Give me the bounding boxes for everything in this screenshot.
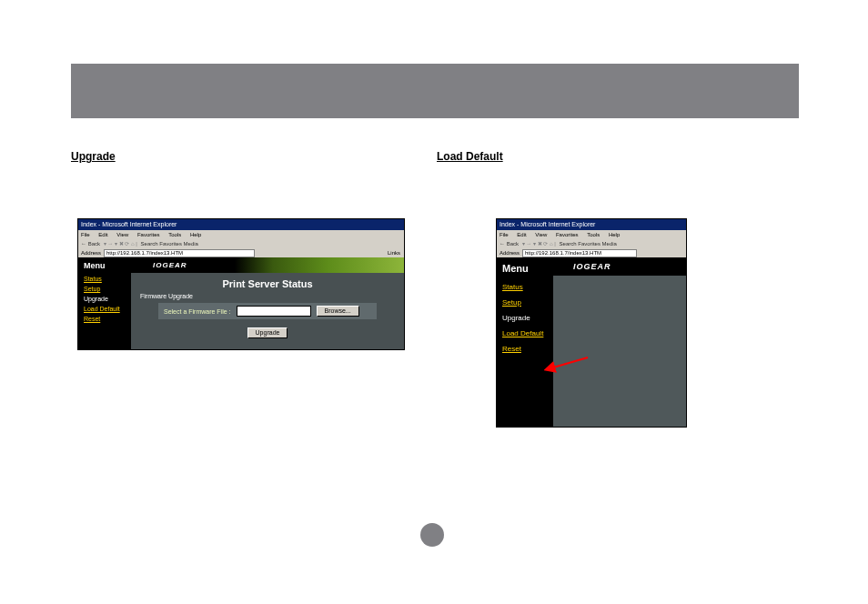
sidebar-item-loaddefault[interactable]: Load Default xyxy=(84,306,126,312)
sidebar-item-setup[interactable]: Setup xyxy=(84,286,126,292)
links-label[interactable]: Links xyxy=(388,248,404,257)
main-panel: IOGEAR xyxy=(553,257,686,427)
brand-logo: IOGEAR xyxy=(153,261,187,269)
logo-strip: IOGEAR xyxy=(553,257,686,276)
sidebar-item-reset[interactable]: Reset xyxy=(502,345,548,353)
sidebar-heading: Menu xyxy=(502,263,548,274)
ie-menu-bar[interactable]: File Edit View Favorites Tools Help xyxy=(497,230,686,239)
sidebar-item-status[interactable]: Status xyxy=(84,276,126,282)
select-file-label: Select a Firmware File : xyxy=(164,308,231,315)
section-header-band xyxy=(71,64,799,118)
search-button[interactable]: Search xyxy=(141,241,158,247)
sidebar-item-upgrade[interactable]: Upgrade xyxy=(502,314,548,322)
nav-sidebar: Menu Status Setup Upgrade Load Default R… xyxy=(497,257,553,427)
window-title: Index - Microsoft Internet Explorer xyxy=(81,221,177,227)
page-title: Print Server Status xyxy=(131,278,404,289)
back-button[interactable]: ← Back xyxy=(500,241,519,247)
menu-help[interactable]: Help xyxy=(190,232,201,237)
menu-file[interactable]: File xyxy=(500,232,509,237)
ie-address-bar[interactable]: Address http://192.168.1.7/index13.HTM xyxy=(497,248,686,257)
back-label: Back xyxy=(507,241,519,247)
media-button[interactable]: Media xyxy=(184,241,198,247)
menu-edit[interactable]: Edit xyxy=(98,232,107,237)
heading-load-default: Load Default xyxy=(437,150,503,163)
menu-favorites[interactable]: Favorites xyxy=(556,232,579,237)
ie-menu-bar[interactable]: File Edit View Favorites Tools Help xyxy=(78,230,404,239)
search-button[interactable]: Search xyxy=(560,241,577,247)
page-content: Menu Status Setup Upgrade Load Default R… xyxy=(78,257,404,349)
back-label: Back xyxy=(88,241,100,247)
page-content: Menu Status Setup Upgrade Load Default R… xyxy=(497,257,686,427)
ie-tool-bar[interactable]: ← Back ▾ → ▾ ✖ ⟳ ⌂ | Search Favorites Me… xyxy=(78,239,404,248)
sidebar-item-status[interactable]: Status xyxy=(502,283,548,291)
menu-view[interactable]: View xyxy=(535,232,547,237)
menu-help[interactable]: Help xyxy=(609,232,620,237)
sidebar-heading: Menu xyxy=(84,261,126,270)
ie-tool-bar[interactable]: ← Back ▾ → ▾ ✖ ⟳ ⌂ | Search Favorites Me… xyxy=(497,239,686,248)
back-button[interactable]: ← Back xyxy=(81,241,100,247)
media-button[interactable]: Media xyxy=(602,241,617,247)
menu-tools[interactable]: Tools xyxy=(587,232,600,237)
menu-file[interactable]: File xyxy=(81,232,90,237)
address-label: Address xyxy=(497,248,522,257)
firmware-upgrade-label: Firmware Upgrade xyxy=(140,293,404,299)
heading-upgrade: Upgrade xyxy=(71,150,116,163)
logo-strip: IOGEAR xyxy=(131,257,404,273)
page-number-circle xyxy=(420,523,444,547)
browse-button[interactable]: Browse... xyxy=(317,306,359,317)
address-input[interactable]: http://192.168.1.7/index13.HTM xyxy=(522,249,637,257)
firmware-file-input[interactable] xyxy=(237,306,311,317)
sidebar-item-reset[interactable]: Reset xyxy=(84,316,126,322)
screenshot-load-default: Index - Microsoft Internet Explorer File… xyxy=(496,218,687,428)
firmware-file-row: Select a Firmware File : Browse... xyxy=(158,303,377,319)
sidebar-item-setup[interactable]: Setup xyxy=(502,298,548,307)
brand-logo: IOGEAR xyxy=(573,262,611,271)
menu-tools[interactable]: Tools xyxy=(168,232,181,237)
screenshot-upgrade: Index - Microsoft Internet Explorer File… xyxy=(77,218,405,350)
sidebar-item-upgrade[interactable]: Upgrade xyxy=(84,296,126,302)
toolbar-separator: ▾ → ▾ ✖ ⟳ ⌂ | xyxy=(104,241,137,247)
manual-page: Upgrade Load Default Index - Microsoft I… xyxy=(0,0,868,604)
menu-edit[interactable]: Edit xyxy=(517,232,526,237)
address-input[interactable]: http://192.168.1.7/index13.HTM xyxy=(104,249,255,257)
nav-sidebar: Menu Status Setup Upgrade Load Default R… xyxy=(78,257,131,349)
favorites-button[interactable]: Favorites xyxy=(578,241,601,247)
menu-favorites[interactable]: Favorites xyxy=(137,232,160,237)
toolbar-separator: ▾ → ▾ ✖ ⟳ ⌂ | xyxy=(522,241,556,247)
ie-address-bar[interactable]: Address http://192.168.1.7/index13.HTM L… xyxy=(78,248,404,257)
window-title-bar: Index - Microsoft Internet Explorer xyxy=(497,219,686,230)
main-panel: IOGEAR Print Server Status Firmware Upgr… xyxy=(131,257,404,349)
address-label: Address xyxy=(78,248,104,257)
upgrade-button[interactable]: Upgrade xyxy=(247,327,288,338)
menu-view[interactable]: View xyxy=(116,232,128,237)
sidebar-item-loaddefault[interactable]: Load Default xyxy=(502,329,548,337)
window-title-bar: Index - Microsoft Internet Explorer xyxy=(78,219,404,230)
favorites-button[interactable]: Favorites xyxy=(159,241,182,247)
window-title: Index - Microsoft Internet Explorer xyxy=(500,221,595,227)
